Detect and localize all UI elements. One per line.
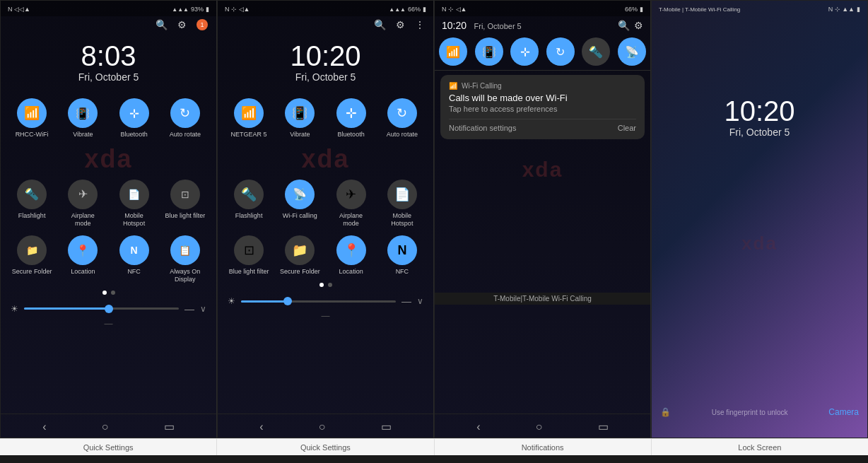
date-1: Fri, October 5	[1, 71, 216, 83]
nqt-flashlight[interactable]: 🔦	[582, 37, 610, 66]
bluetooth-icon-2: ⊹	[336, 98, 366, 128]
securefolder-icon-2: 📁	[285, 235, 315, 265]
tile-bluelight-2[interactable]: ⊡ Blue light filter	[228, 235, 269, 276]
notif-top-bar: 10:20 Fri, October 5 🔍 ⚙	[435, 16, 650, 35]
dots-2	[218, 280, 433, 290]
lock-spacer-mid	[652, 159, 867, 231]
home-button-1[interactable]: ○	[102, 421, 109, 433]
recent-button-2[interactable]: ▭	[381, 420, 392, 433]
time-2: 10:20	[218, 40, 433, 71]
tile-securefolder-2[interactable]: 📁 Secure Folder	[279, 235, 320, 276]
brightness-thumb-1	[105, 305, 113, 313]
panel-quick-settings-1: N ◁◁▲ ▲▲▲ 93% ▮ 🔍 ⚙ 1 8:03 Fri, October …	[0, 0, 217, 438]
tile-airplane-2[interactable]: ✈ Airplane mode	[331, 180, 372, 228]
tile-label-bluetooth-1: Bluetooth	[121, 131, 148, 139]
nav-bar-1: ‹ ○ ▭	[1, 414, 216, 438]
settings-icon-1[interactable]: ⚙	[177, 19, 187, 30]
notif-app-icon: 📶	[449, 82, 457, 90]
tile-bluetooth-1[interactable]: ⊹ Bluetooth	[114, 98, 155, 139]
settings-icon-2[interactable]: ⚙	[396, 19, 405, 30]
bluelight-icon-2: ⊡	[234, 235, 264, 265]
battery-2: 66%	[408, 6, 421, 13]
tile-wifi-2[interactable]: 📶 NETGEAR 5	[228, 98, 269, 139]
notif-app-name: Wi-Fi Calling	[462, 82, 502, 90]
nqt-wificalling[interactable]: 📡	[618, 37, 646, 66]
notif-search-icon[interactable]: 🔍	[618, 20, 630, 31]
status-bar-3: N ⊹ ◁▲ 66% ▮	[435, 1, 650, 16]
xda-watermark-4: xda	[652, 231, 867, 256]
dot-2-active	[319, 283, 324, 287]
notification-card[interactable]: 📶 Wi-Fi Calling Calls will be made over …	[440, 75, 645, 139]
notif-action-settings[interactable]: Notification settings	[449, 124, 516, 132]
brightness-slider-1[interactable]	[24, 307, 179, 310]
tile-label-hotspot-2: Mobile Hotspot	[382, 212, 423, 228]
battery-4: ▮	[857, 6, 860, 13]
home-button-2[interactable]: ○	[319, 421, 326, 433]
recent-button-1[interactable]: ▭	[164, 420, 175, 433]
battery-icon-3: ▮	[640, 6, 643, 13]
tile-bluelight-1[interactable]: ⊡ Blue light filter	[165, 180, 206, 228]
tile-hotspot-2[interactable]: 📄 Mobile Hotspot	[382, 180, 423, 228]
tile-bluetooth-2[interactable]: ⊹ Bluetooth	[331, 98, 372, 139]
camera-label[interactable]: Camera	[828, 407, 859, 417]
tile-location-2[interactable]: 📍 Location	[331, 235, 372, 276]
back-button-3[interactable]: ‹	[476, 421, 480, 433]
tile-securefolder-1[interactable]: 📁 Secure Folder	[11, 235, 52, 283]
tile-vibrate-1[interactable]: 📳 Vibrate	[62, 98, 103, 139]
lock-hint-container: Use fingerprint to unlock	[712, 405, 788, 418]
carrier-label-4: T-Mobile | T-Mobile Wi-Fi Calling	[659, 6, 740, 13]
notif-actions: Notification settings Clear	[449, 119, 636, 132]
notif-settings-icon[interactable]: ⚙	[634, 20, 643, 31]
status-right-4: N ⊹ ▲▲ ▮	[828, 6, 860, 13]
tile-wificalling-2[interactable]: 📡 Wi-Fi calling	[279, 180, 320, 228]
chevron-down-1[interactable]: ∨	[200, 304, 206, 314]
tile-autorotate-2[interactable]: ↻ Auto rotate	[382, 98, 423, 139]
notif-action-clear[interactable]: Clear	[618, 124, 636, 132]
back-button-2[interactable]: ‹	[259, 421, 263, 433]
nqt-rotate[interactable]: ↻	[546, 37, 575, 66]
status-bar-1: N ◁◁▲ ▲▲▲ 93% ▮	[1, 1, 216, 16]
tile-airplane-1[interactable]: ✈ Airplane mode	[62, 180, 103, 228]
back-button-1[interactable]: ‹	[42, 421, 46, 433]
collapse-dash-2: —	[218, 310, 433, 322]
dot-2-inactive	[328, 283, 332, 287]
search-icon-1[interactable]: 🔍	[156, 19, 168, 30]
status-right-1: ▲▲▲ 93% ▮	[172, 6, 209, 13]
nqt-vibrate[interactable]: 📳	[475, 37, 503, 66]
tile-label-wifi-2: NETGEAR 5	[231, 131, 267, 139]
tile-label-bluelight-2: Blue light filter	[229, 268, 269, 276]
tile-hotspot-1[interactable]: 📄 Mobile Hotspot	[114, 180, 155, 228]
tile-autorotate-1[interactable]: ↻ Auto rotate	[165, 98, 206, 139]
search-icon-2[interactable]: 🔍	[374, 19, 386, 30]
tile-location-1[interactable]: 📍 Location	[62, 235, 103, 283]
battery-icon-1: ▮	[206, 6, 209, 13]
notif-header: 📶 Wi-Fi Calling	[449, 82, 636, 90]
brightness-thumb-2	[283, 297, 292, 305]
tmobile-bar-3: T-Mobile|T-Mobile Wi-Fi Calling	[435, 293, 650, 305]
brightness-slider-2[interactable]	[241, 300, 396, 303]
recent-button-3[interactable]: ▭	[598, 420, 609, 433]
brightness-fill-1	[24, 307, 109, 310]
home-button-3[interactable]: ○	[536, 421, 543, 433]
brightness-dash-2: —	[401, 295, 411, 307]
screenshots-row: N ◁◁▲ ▲▲▲ 93% ▮ 🔍 ⚙ 1 8:03 Fri, October …	[0, 0, 868, 438]
tile-label-securefolder-2: Secure Folder	[280, 268, 320, 276]
tile-wifi-1[interactable]: 📶 RHCC-WiFi	[11, 98, 52, 139]
notification-badge-1[interactable]: 1	[197, 19, 208, 30]
nqt-wifi[interactable]: 📶	[439, 37, 467, 66]
tile-aod-1[interactable]: 📋 Always On Display	[165, 235, 206, 283]
divider-3	[435, 70, 650, 71]
chevron-down-2[interactable]: ∨	[417, 296, 423, 306]
tile-flashlight-1[interactable]: 🔦 Flashlight	[11, 180, 52, 228]
tile-label-aod-1: Always On Display	[165, 268, 206, 283]
tile-nfc-2[interactable]: N NFC	[382, 235, 423, 276]
more-icon-2[interactable]: ⋮	[415, 19, 425, 30]
nqt-bluetooth[interactable]: ⊹	[510, 37, 539, 66]
time-1: 8:03	[1, 40, 216, 71]
date-4: Fri, October 5	[652, 127, 867, 138]
tile-flashlight-2[interactable]: 🔦 Flashlight	[228, 180, 269, 228]
top-bar-2: 🔍 ⚙ ⋮	[218, 16, 433, 33]
tile-vibrate-2[interactable]: 📳 Vibrate	[279, 98, 320, 139]
tile-nfc-1[interactable]: N NFC	[114, 235, 155, 283]
aod-icon-1: 📋	[170, 235, 200, 265]
